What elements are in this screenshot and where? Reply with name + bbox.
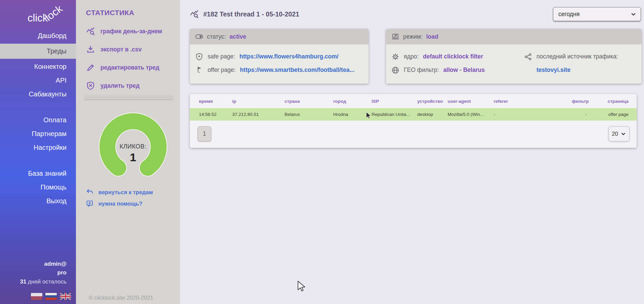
mode-value: load (426, 33, 438, 40)
traffic-source-label: последний источник трафика: (536, 53, 618, 60)
sidebar: click lock Дашборд Треды Коннектор API С… (0, 0, 76, 304)
menu-item-label: редактировать тред (100, 64, 159, 71)
sidebar-item-dashboard[interactable]: Дашборд (0, 29, 76, 43)
menu-item-day-by-day-chart[interactable]: график день-за-днем (86, 27, 180, 36)
geo-filter-value: allow - Belarus (443, 67, 485, 74)
geo-filter-row: ГЕО фильтр: allow - Belarus (391, 66, 524, 75)
divider (85, 99, 173, 100)
page-size-value: 20 (612, 131, 618, 137)
core-value: default clicklock filter (423, 53, 483, 60)
core-label: ядро: (404, 53, 419, 60)
gauge-value: 1 (98, 151, 168, 164)
status-label: статус: (207, 33, 226, 40)
safe-page-row: safe page: https://www.flowers4hamburg.c… (195, 52, 363, 61)
account-plan: pro (0, 268, 67, 277)
sidebar-item-knowledge-base[interactable]: База знаний (0, 167, 76, 180)
menu-item-export-csv[interactable]: экспорт в .csv (86, 45, 180, 54)
need-help-link[interactable]: нужна помощь? (86, 200, 180, 208)
chevron-down-icon (631, 11, 636, 17)
safe-page-link[interactable]: https://www.flowers4hamburg.com/ (240, 53, 339, 60)
column-header: страница (602, 99, 637, 104)
app-logo[interactable]: click lock (0, 3, 76, 29)
sidebar-item-logout[interactable]: Выход (0, 194, 76, 208)
sidebar-item-partners[interactable]: Партнерам (0, 127, 76, 141)
sidebar-nav: Дашборд Треды Коннектор API Сабакаунты О… (0, 29, 76, 208)
sidebar-spacer (0, 208, 76, 260)
pagination-page-button[interactable]: 1 (198, 126, 211, 141)
copyright-text: © clicklock.site 2020-2021 (89, 295, 153, 301)
stat-links: вернуться к тредам нужна помощь? (86, 188, 180, 208)
gauge-text: КЛИКОВ: 1 (98, 143, 168, 164)
page-size-select[interactable]: 20 (608, 126, 630, 141)
poland-flag-icon[interactable] (31, 293, 42, 300)
cell-ip: 37.212.80.51 (232, 112, 285, 117)
toggle-icon (195, 33, 203, 41)
gear-icon (391, 53, 399, 61)
column-header: ip (232, 99, 285, 104)
pencil-icon (86, 63, 95, 72)
status-value: active (229, 33, 246, 40)
gauge-label: КЛИКОВ: (98, 143, 168, 150)
column-header: страна (285, 99, 333, 104)
chat-plus-icon (86, 200, 94, 208)
cell-user-agent: Mozilla/5.0 (Win... (447, 112, 493, 117)
page-title: #182 Test thread 1 - 05-10-2021 (190, 10, 299, 19)
column-header: город (333, 99, 372, 104)
sidebar-item-settings[interactable]: Настройки (0, 141, 76, 155)
offer-page-link[interactable]: https://www.smartbets.com/football/tea..… (240, 67, 354, 74)
stat-link-label: нужна помощь? (98, 201, 142, 207)
main-header: #182 Test thread 1 - 05-10-2021 сегодня (190, 7, 642, 21)
menu-item-edit-thread[interactable]: редактировать тред (86, 63, 180, 72)
stat-link-label: вернуться к тредам (98, 189, 153, 196)
column-header: фильтр (572, 99, 602, 104)
flag-icon (195, 66, 203, 74)
column-header: user-agent (447, 99, 493, 104)
info-panels: статус: active safe page: https://www.fl… (190, 29, 642, 84)
table-row[interactable]: 14:58:52 37.212.80.51 Belarus Hrodna Rep… (190, 108, 637, 121)
status-panel: статус: active safe page: https://www.fl… (190, 29, 369, 84)
table-header-row: время ip страна город ISP устройство use… (190, 94, 637, 108)
cell-device: desktop (417, 112, 447, 117)
traffic-source-value-row: testovyi.site (536, 66, 636, 75)
menu-item-label: экспорт в .csv (100, 46, 142, 53)
safe-page-label: safe page: (208, 53, 235, 60)
mode-panel-body: ядро: default clicklock filter (386, 44, 642, 84)
chart-search-icon (86, 27, 95, 36)
column-header: ISP (372, 99, 417, 104)
uk-flag-icon[interactable] (60, 293, 71, 300)
chevron-down-icon (620, 131, 626, 137)
cell-city: Hrodna (333, 112, 372, 117)
core-row: ядро: default clicklock filter (391, 52, 524, 61)
cell-time: 14:58:52 (190, 112, 232, 117)
sidebar-item-payment[interactable]: Оплата (0, 113, 76, 127)
menu-item-label: удалить тред (100, 82, 139, 89)
mode-export-icon (391, 33, 399, 41)
account-days-left: 31 дней осталось (0, 277, 67, 286)
sidebar-item-api[interactable]: API (0, 74, 76, 87)
shield-star-icon (195, 53, 203, 61)
download-icon (86, 45, 95, 54)
account-email: admin@ (0, 260, 67, 268)
sidebar-item-connector[interactable]: Коннектор (0, 60, 76, 74)
mode-panel-right: последний источник трафика: testovyi.sit… (524, 48, 636, 79)
clicks-gauge: КЛИКОВ: 1 (98, 112, 168, 177)
offer-page-label: offer page: (208, 67, 235, 74)
menu-item-delete-thread[interactable]: удалить тред (86, 81, 180, 90)
language-switcher (0, 286, 76, 304)
period-select[interactable]: сегодня (553, 7, 641, 21)
statistics-panel: СТАТИСТИКА график день-за-днем экспорт в… (76, 0, 180, 304)
geo-filter-label: ГЕО фильтр: (404, 67, 439, 74)
russia-flag-icon[interactable] (45, 293, 57, 300)
mode-label: режим: (403, 33, 423, 40)
cell-country: Belarus (285, 112, 333, 117)
page-title-text: #182 Test thread 1 - 05-10-2021 (203, 10, 299, 18)
sidebar-item-threads[interactable]: Треды (0, 44, 76, 59)
sidebar-item-help[interactable]: Помощь (0, 180, 76, 194)
sidebar-item-subaccounts[interactable]: Сабакаунты (0, 87, 76, 101)
cell-filter: - (572, 112, 602, 117)
statistics-title: СТАТИСТИКА (86, 9, 180, 17)
traffic-source-link[interactable]: testovyi.site (536, 67, 570, 74)
back-to-threads-link[interactable]: вернуться к тредам (86, 188, 180, 196)
undo-icon (86, 188, 94, 196)
column-header: устройство (417, 99, 447, 104)
